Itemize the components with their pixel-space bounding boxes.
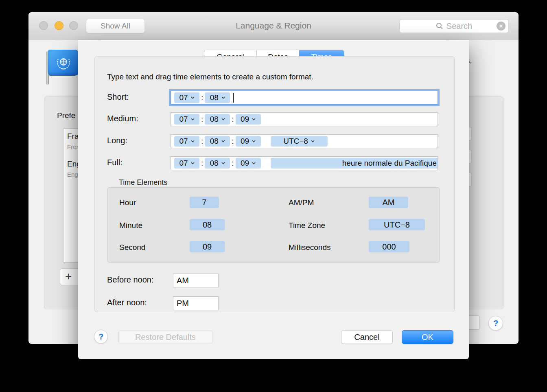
separator-text: :	[232, 115, 234, 124]
long-format-field[interactable]: 07 : 08 : 09 UTC−8	[171, 134, 438, 148]
second-label: Second	[119, 243, 145, 252]
cancel-button[interactable]: Cancel	[341, 330, 393, 344]
clear-search-icon[interactable]: ×	[497, 22, 505, 31]
hidden-button-fragment	[469, 150, 472, 163]
hidden-button-fragment	[469, 127, 472, 140]
second-token[interactable]: 09	[236, 158, 261, 169]
chevron-down-icon	[221, 96, 225, 99]
second-token[interactable]: 09	[236, 114, 261, 125]
hour-element[interactable]: 7	[190, 197, 219, 208]
hidden-button-fragment	[469, 315, 480, 330]
chevron-down-icon	[311, 140, 315, 142]
instruction-text: Type text and drag time elements to crea…	[107, 72, 313, 81]
chevron-down-icon	[191, 162, 195, 164]
minute-label: Minute	[119, 221, 142, 230]
chevron-down-icon	[191, 96, 195, 99]
un-flag-icon	[48, 50, 79, 76]
chevron-down-icon	[221, 140, 225, 142]
long-format-label: Long:	[107, 136, 127, 145]
ampm-label: AM/PM	[289, 198, 314, 207]
hour-token[interactable]: 07	[174, 136, 199, 147]
hour-token[interactable]: 07	[174, 114, 199, 125]
full-format-field[interactable]: 07 : 08 : 09 heure normale du Pacifique	[171, 156, 438, 170]
minute-token[interactable]: 08	[205, 92, 230, 103]
timezone-token[interactable]: UTC−8	[271, 136, 328, 147]
list-item[interactable]: Fra	[67, 132, 79, 141]
separator-text: :	[201, 115, 203, 124]
milliseconds-label: Milliseconds	[289, 243, 330, 252]
before-noon-label: Before noon:	[107, 275, 154, 285]
list-item-subtitle: Eng	[67, 171, 78, 178]
search-icon	[436, 22, 443, 30]
custom-times-sheet: General Dates Times Type text and drag t…	[78, 40, 469, 359]
chevron-down-icon	[191, 118, 195, 120]
short-format-label: Short:	[107, 92, 129, 102]
after-noon-label: After noon:	[107, 298, 147, 307]
time-elements-box: Hour 7 Minute 08 Second 09 AM/PM AM Time…	[107, 187, 440, 263]
full-format-label: Full:	[107, 158, 123, 167]
short-format-field[interactable]: 07 : 08	[171, 91, 438, 105]
medium-format-label: Medium:	[107, 114, 138, 123]
minute-token[interactable]: 08	[205, 158, 230, 169]
title-bar: Show All Language & Region Search ×	[28, 12, 519, 40]
second-element[interactable]: 09	[190, 241, 225, 252]
time-elements-title: Time Elements	[119, 178, 167, 187]
hidden-button-fragment	[469, 173, 472, 186]
ok-button[interactable]: OK	[402, 330, 453, 344]
separator-text: :	[201, 93, 203, 102]
separator-text: :	[232, 137, 234, 146]
window-help-button[interactable]: ?	[488, 316, 503, 331]
chevron-down-icon	[191, 140, 195, 142]
sheet-help-button[interactable]: ?	[94, 330, 108, 344]
minute-token[interactable]: 08	[205, 136, 230, 147]
hour-token[interactable]: 07	[174, 92, 199, 103]
chevron-down-icon	[221, 162, 225, 164]
after-noon-field[interactable]	[173, 296, 219, 310]
preferred-languages-label: Prefe	[57, 111, 75, 120]
chevron-down-icon	[252, 162, 256, 164]
ampm-element[interactable]: AM	[369, 197, 408, 208]
before-noon-field[interactable]	[173, 274, 219, 287]
chevron-down-icon	[252, 140, 256, 142]
search-placeholder: Search	[446, 22, 472, 31]
minute-element[interactable]: 08	[190, 219, 225, 230]
search-input[interactable]: Search ×	[399, 19, 509, 33]
minute-token[interactable]: 08	[205, 114, 230, 125]
second-token[interactable]: 09	[236, 136, 261, 147]
text-cursor	[233, 93, 234, 103]
separator-text: :	[201, 137, 203, 146]
separator-text: :	[201, 159, 203, 168]
hour-label: Hour	[119, 198, 136, 207]
hour-token[interactable]: 07	[174, 158, 199, 169]
timezone-label: Time Zone	[289, 221, 325, 230]
chevron-down-icon	[221, 118, 225, 120]
chevron-down-icon	[252, 118, 256, 120]
milliseconds-element[interactable]: 000	[369, 241, 409, 252]
separator-text: :	[232, 159, 234, 168]
timezone-element[interactable]: UTC−8	[369, 219, 425, 230]
medium-format-field[interactable]: 07 : 08 : 09	[171, 112, 438, 126]
timezone-name-token[interactable]: heure normale du Pacifique	[271, 158, 438, 169]
restore-defaults-button[interactable]: Restore Defaults	[118, 330, 212, 344]
